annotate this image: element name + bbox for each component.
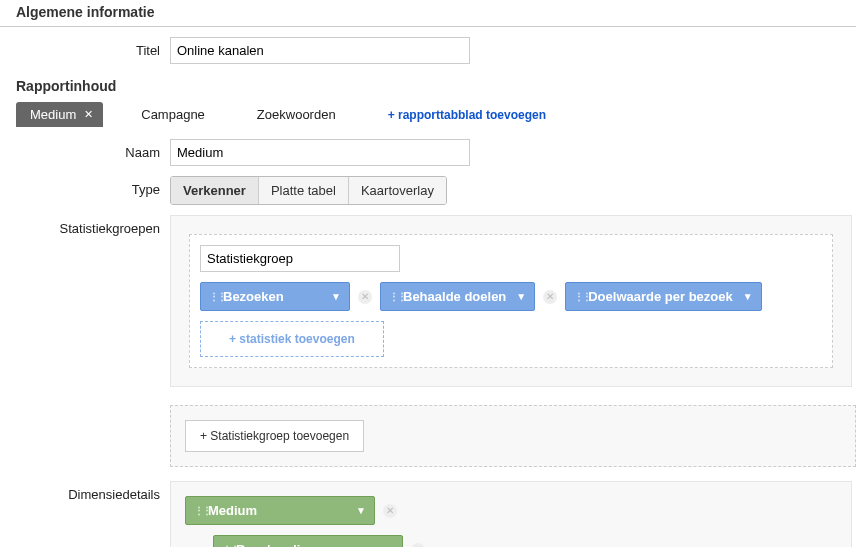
tab-label: Medium [30, 107, 76, 122]
stat-group-name-input[interactable] [200, 245, 400, 272]
dimension-details-label: Dimensiedetails [0, 481, 170, 502]
tab-zoekwoorden[interactable]: Zoekwoorden [243, 102, 350, 127]
stat-pill-bezoeken[interactable]: ⋮⋮ Bezoeken ▼ [200, 282, 350, 311]
pill-label: Doelwaarde per bezoek [588, 289, 733, 304]
add-stat-group-panel: + Statistiekgroep toevoegen [170, 405, 856, 467]
chevron-down-icon[interactable]: ▼ [743, 291, 753, 302]
stat-groups-panel: ⋮⋮ Bezoeken ▼ ✕ ⋮⋮ Behaalde doelen ▼ ✕ ⋮… [170, 215, 852, 387]
remove-icon[interactable]: ✕ [411, 543, 425, 548]
title-input[interactable] [170, 37, 470, 64]
name-label: Naam [0, 139, 170, 160]
dim-pill-medium[interactable]: ⋮⋮ Medium ▼ [185, 496, 375, 525]
pill-label: Behaalde doelen [403, 289, 506, 304]
tab-campagne[interactable]: Campagne [127, 102, 219, 127]
drag-icon: ⋮⋮ [194, 505, 202, 516]
remove-icon[interactable]: ✕ [383, 504, 397, 518]
chevron-down-icon[interactable]: ▼ [356, 505, 366, 516]
dimension-panel: ⋮⋮ Medium ▼ ✕ ⋮⋮ Bron/medium ▼ ✕ ⋮⋮ Zoek… [170, 481, 852, 547]
report-tabs: Medium ✕ Campagne Zoekwoorden + rapportt… [16, 102, 856, 127]
type-option-kaartoverlay[interactable]: Kaartoverlay [349, 177, 446, 204]
stat-pill-behaalde-doelen[interactable]: ⋮⋮ Behaalde doelen ▼ [380, 282, 535, 311]
drag-icon: ⋮⋮ [574, 291, 582, 302]
name-input[interactable] [170, 139, 470, 166]
title-label: Titel [0, 37, 170, 58]
chevron-down-icon[interactable]: ▼ [331, 291, 341, 302]
stat-groups-label: Statistiekgroepen [0, 215, 170, 236]
drag-icon: ⋮⋮ [389, 291, 397, 302]
drag-icon: ⋮⋮ [209, 291, 217, 302]
remove-icon[interactable]: ✕ [358, 290, 372, 304]
stat-group-box: ⋮⋮ Bezoeken ▼ ✕ ⋮⋮ Behaalde doelen ▼ ✕ ⋮… [189, 234, 833, 368]
stat-pill-doelwaarde[interactable]: ⋮⋮ Doelwaarde per bezoek ▼ [565, 282, 761, 311]
chevron-down-icon[interactable]: ▼ [516, 291, 526, 302]
pill-label: Medium [208, 503, 346, 518]
type-option-verkenner[interactable]: Verkenner [171, 177, 259, 204]
add-stat-group-button[interactable]: + Statistiekgroep toevoegen [185, 420, 364, 452]
remove-icon[interactable]: ✕ [543, 290, 557, 304]
pill-label: Bron/medium [236, 542, 374, 547]
dim-pill-bron-medium[interactable]: ⋮⋮ Bron/medium ▼ [213, 535, 403, 547]
pill-label: Bezoeken [223, 289, 321, 304]
add-tab-button[interactable]: + rapporttabblad toevoegen [374, 103, 560, 127]
section-report-content-title: Rapportinhoud [0, 74, 856, 100]
type-toggle-group: Verkenner Platte tabel Kaartoverlay [170, 176, 447, 205]
close-icon[interactable]: ✕ [84, 108, 93, 121]
section-general-info-title: Algemene informatie [0, 0, 856, 27]
type-option-platte-tabel[interactable]: Platte tabel [259, 177, 349, 204]
type-label: Type [0, 176, 170, 197]
add-statistic-button[interactable]: + statistiek toevoegen [200, 321, 384, 357]
tab-medium[interactable]: Medium ✕ [16, 102, 103, 127]
